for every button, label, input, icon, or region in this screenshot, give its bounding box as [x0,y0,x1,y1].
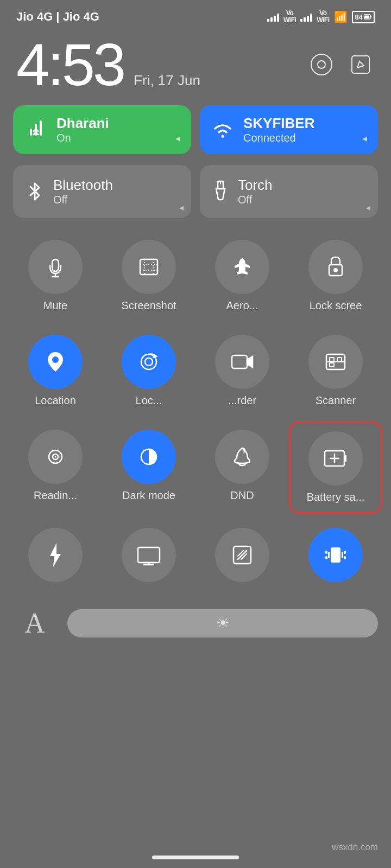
darkmode-icon [122,430,176,484]
vowifi1: VoWiFi [283,10,296,24]
bluetooth-tile[interactable]: Bluetooth Off ◂ [13,165,191,218]
svg-rect-23 [232,355,247,368]
darkmode-label: Dark mode [122,489,175,502]
svg-point-22 [145,358,153,366]
scanner-icon [308,335,363,389]
battery-level: 84 [355,13,363,21]
signal2-icon [300,12,312,22]
lockscreen-icon [308,240,363,294]
clock-time: 4:53 [16,35,124,94]
icon-grid-row1: Mute Screenshot Aero... [0,231,391,321]
svg-point-6 [222,135,224,138]
icon-grid-row4 [0,519,391,596]
svg-rect-27 [337,358,342,361]
mobile-data-title: Dharani [56,115,109,132]
cast-tile[interactable] [102,519,195,596]
location-icon [28,335,83,389]
brightness-slider[interactable]: ☀ [67,609,378,637]
recorder-tile[interactable]: ...rder [195,326,289,416]
battery-icon [364,14,371,20]
vibrate-icon [308,528,363,582]
torch-icon [213,180,228,203]
mobile-data-sub: On [56,132,109,144]
svg-rect-46 [344,556,346,559]
screenshot-label: Screenshot [121,299,176,312]
svg-point-3 [311,54,332,75]
mute-icon [28,240,83,294]
carrier-text: Jio 4G | Jio 4G [16,10,99,24]
location-tile[interactable]: Location [9,326,102,416]
wifi-card[interactable]: SKYFIBER Connected ◂ [200,105,378,154]
mute-label: Mute [43,299,67,312]
bluetooth-icon [26,180,43,203]
svg-point-4 [318,61,325,68]
screenshot-icon [122,240,176,294]
mobile-data-card[interactable]: Dharani On ◂ [13,105,191,154]
screenshot-tile[interactable]: Screenshot [102,231,195,321]
bluetooth-title: Bluetooth [53,177,113,194]
svg-rect-44 [325,556,327,559]
wifi-card-icon [211,118,235,142]
batterysaver-label: Battery sa... [307,491,365,503]
svg-rect-45 [344,551,346,554]
quick-toggle-cards: Dharani On ◂ SKYFIBER Connected ◂ [0,105,391,154]
clock-area: 4:53 Fri, 17 Jun [0,29,391,105]
torch-title: Torch [238,177,273,194]
svg-rect-43 [325,551,327,554]
autorotate-tile[interactable]: Loc... [102,326,195,416]
settings-icon[interactable] [307,50,336,79]
nfc-tile[interactable] [195,519,289,596]
status-icons: VoWiFi VoWiFi 📶 84 [267,10,375,24]
torch-tile[interactable]: Torch Off ◂ [200,165,378,218]
aeroplane-icon [215,240,269,294]
flash-icon [28,528,83,582]
wifi-card-title: SKYFIBER [243,115,314,132]
scanner-label: Scanner [316,394,356,407]
svg-rect-48 [342,552,343,558]
svg-rect-37 [138,547,160,563]
reading-label: Readin... [34,489,77,502]
mobile-data-icon [24,118,48,142]
svg-rect-28 [330,363,334,367]
lockscreen-tile[interactable]: Lock scree [289,231,382,321]
darkmode-tile[interactable]: Dark mode [102,421,195,514]
scanner-tile[interactable]: Scanner [289,326,382,416]
torch-sub: Off [238,194,273,206]
svg-rect-26 [330,358,334,361]
vowifi2: VoWiFi [317,10,329,24]
dnd-icon [215,430,269,484]
svg-rect-1 [364,16,369,18]
svg-point-20 [52,356,59,363]
battery-indicator: 84 [352,11,375,23]
svg-rect-5 [352,56,369,73]
flash-tile[interactable] [9,519,102,596]
svg-point-21 [141,354,156,369]
reading-tile[interactable]: Readin... [9,421,102,514]
cast-icon [122,528,176,582]
mobile-data-arrow: ◂ [175,132,180,144]
aeroplane-tile[interactable]: Aero... [195,231,289,321]
icon-grid-row2: Location Loc... ...rder [0,326,391,416]
sun-icon: ☀ [216,614,230,632]
autorotate-label: Loc... [136,394,162,407]
signal1-icon [267,12,279,22]
wifi-card-arrow: ◂ [362,132,367,144]
icon-grid-row3: Readin... Dark mode DND [0,421,391,514]
wifi-icon: 📶 [334,10,348,23]
recorder-label: ...rder [228,394,256,407]
edit-icon[interactable] [346,50,375,79]
bluetooth-arrow: ◂ [179,202,184,213]
mute-tile[interactable]: Mute [9,231,102,321]
font-size-icon: A [13,607,56,639]
tile-row: Bluetooth Off ◂ Torch Off ◂ [0,165,391,218]
vibrate-tile[interactable] [289,519,382,596]
svg-rect-47 [328,552,330,558]
dnd-tile[interactable]: DND [195,421,289,514]
aeroplane-label: Aero... [226,299,258,312]
dnd-label: DND [230,489,254,502]
home-indicator[interactable] [152,856,239,859]
batterysaver-tile[interactable]: Battery sa... [289,421,382,514]
wifi-card-sub: Connected [243,132,314,144]
clock-date: Fri, 17 Jun [134,72,200,89]
reading-icon [28,430,83,484]
